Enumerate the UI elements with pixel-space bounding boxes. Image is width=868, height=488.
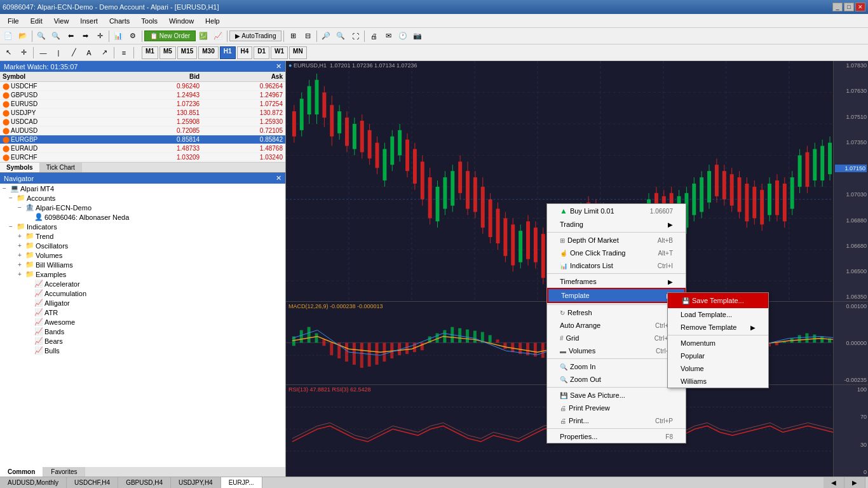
zoom-min-btn[interactable]: 🔍 [334,29,348,43]
nav-tree-item[interactable]: − 📁 Accounts [0,193,285,203]
open-btn[interactable]: 📂 [16,29,30,43]
nav-tree-item[interactable]: 📈 Bands [0,327,285,336]
zoom-mag-btn[interactable]: 🔎 [319,29,333,43]
new-order-btn[interactable]: 📋 New Order [144,30,196,41]
ctx-volumes[interactable]: ▬ Volumes Ctrl+L [547,344,686,357]
nav-tree-item[interactable]: − 📁 Indicators [0,222,285,231]
tf-m15[interactable]: M15 [177,46,197,59]
ctx-one-click-trading[interactable]: ☝ One Click Trading Alt+T [547,247,686,259]
zoom-in-btn[interactable]: 🔍 [34,29,48,43]
clock-btn[interactable]: 🕐 [396,29,410,43]
hline-btn[interactable]: — [36,46,50,60]
trend-btn[interactable]: ╱ [67,46,81,60]
market-watch-row[interactable]: ⬤AUDUSD 0.72085 0.72105 [0,126,285,135]
market-watch-row[interactable]: ⬤GBPUSD 1.24943 1.24967 [0,91,285,100]
ctx-save-picture[interactable]: 💾 Save As Picture... [547,389,686,402]
arrow-btn[interactable]: ↗ [97,46,111,60]
scroll-btn[interactable]: ⬅ [64,29,78,43]
nav-tree-item[interactable]: 📈 Bulls [0,346,285,355]
menu-edit[interactable]: Edit [25,16,48,26]
market-watch-row[interactable]: ⬤USDCHF 0.96240 0.96264 [0,82,285,91]
tf-m1[interactable]: M1 [142,46,158,59]
nav-tree-item[interactable]: + 📁 Examples [0,269,285,279]
ctx-print-preview[interactable]: 🖨 Print Preview [547,402,686,414]
nav-tree-item[interactable]: 📈 Accumulation [0,288,285,298]
menu-charts[interactable]: Charts [104,16,135,26]
market-watch-row[interactable]: ⬤EURUSD 1.07236 1.07254 [0,100,285,109]
ctx-load-template[interactable]: Load Template... [668,308,768,321]
ctx-save-template[interactable]: 💾 Save Template... [668,293,768,308]
nav-tree-item[interactable]: 📈 ATR [0,308,285,317]
market-watch-row[interactable]: ⬤EURCHF 1.03209 1.03240 [0,153,285,162]
nav-tree-item[interactable]: + 📁 Trend [0,231,285,241]
nav-tree-item[interactable]: 📈 Alligator [0,298,285,308]
ctx-remove-template[interactable]: Remove Template ▶ [668,321,768,334]
btm-tab-usdchf[interactable]: USDCHF,H4 [67,477,118,489]
tf-m5[interactable]: M5 [159,46,176,59]
nav-tab-favorites[interactable]: Favorites [43,467,85,477]
nav-tree-item[interactable]: + 📁 Oscillators [0,241,285,250]
market-watch-row[interactable]: ⬤EURAUD 1.48733 1.48768 [0,144,285,153]
btm-tab-usdjpy[interactable]: USDJPY,H4 [171,477,221,489]
print-tb-btn[interactable]: 🖨 [367,29,381,43]
nav-tree-item[interactable]: 📈 Bears [0,336,285,346]
tf-d1[interactable]: D1 [254,46,269,59]
zoom-out-btn[interactable]: 🔍 [49,29,63,43]
ctx-print[interactable]: 🖨 Print... Ctrl+P [547,414,686,427]
camera-btn[interactable]: 📷 [410,29,424,43]
ctx-tmpl-williams[interactable]: Williams [668,375,768,388]
market-watch-row[interactable]: ⬤USDCAD 1.25908 1.25930 [0,118,285,126]
btm-scroll-right[interactable]: ▶ [844,477,865,489]
config2-btn[interactable]: ⊟ [301,29,315,43]
ctx-timeframes[interactable]: Timeframes ▶ [547,275,686,288]
nav-tree-item[interactable]: 📈 Accelerator [0,279,285,288]
minimize-button[interactable]: _ [832,3,843,11]
tf-h1[interactable]: H1 [220,46,236,59]
ctx-trading[interactable]: Trading ▶ [547,218,686,231]
ctx-zoom-in[interactable]: 🔍 Zoom In + [547,360,686,373]
menu-help[interactable]: Help [200,16,225,26]
ctx-depth-of-market[interactable]: ⊞ Depth Of Market Alt+B [547,234,686,247]
nav-tree-item[interactable]: 👤 60986046: Albonaser Neda [0,212,285,222]
market-watch-row[interactable]: ⬤EURGBP 0.85814 0.85842 [0,135,285,144]
scroll-right-btn[interactable]: ➡ [78,29,92,43]
fit-btn[interactable]: ⛶ [348,29,362,43]
email-tb-btn[interactable]: ✉ [381,29,395,43]
nav-tree-item[interactable]: − 💻 Alpari MT4 [0,184,285,193]
menu-window[interactable]: Window [164,16,199,26]
trade-btn[interactable]: 💹 [196,29,210,43]
nav-tree-item[interactable]: 📈 Awesome [0,317,285,327]
nav-tree-item[interactable]: + 📁 Volumes [0,250,285,260]
cursor-btn[interactable]: ↖ [1,46,15,60]
nav-close-icon[interactable]: ✕ [276,174,281,182]
crosshair2-btn[interactable]: ✛ [17,46,31,60]
ctx-grid[interactable]: # Grid Ctrl+G [547,332,686,344]
ctx-refresh[interactable]: ↻ Refresh [547,306,686,319]
ctx-tmpl-momentum[interactable]: Momentum [668,337,768,349]
nav-tree-item[interactable]: − 🏦 Alpari-ECN-Demo [0,203,285,212]
menu-view[interactable]: View [49,16,74,26]
period-sep-btn[interactable]: ⚙ [126,29,140,43]
ctx-template[interactable]: Template ▶ [547,288,686,303]
tf-w1[interactable]: W1 [271,46,288,59]
market-watch-row[interactable]: ⬤USDJPY 130.851 130.872 [0,109,285,118]
nav-tree-item[interactable]: + 📁 Bill Williams [0,260,285,269]
ctx-indicators-list[interactable]: 📊 Indicators List Ctrl+I [547,259,686,272]
config1-btn[interactable]: ⊞ [286,29,300,43]
ctx-auto-arrange[interactable]: Auto Arrange Ctrl+A [547,319,686,332]
close-button[interactable]: ✕ [855,3,865,11]
nav-tab-common[interactable]: Common [0,467,43,477]
menu-insert[interactable]: Insert [75,16,103,26]
tf-h4[interactable]: H4 [237,46,253,59]
fib-btn[interactable]: ≡ [117,46,131,60]
ctx-zoom-out[interactable]: 🔍 Zoom Out − [547,373,686,386]
tab-symbols[interactable]: Symbols [0,163,40,172]
btm-scroll-left[interactable]: ◀ [824,477,844,489]
menu-tools[interactable]: Tools [136,16,163,26]
vline-btn[interactable]: | [51,46,65,60]
ctx-tmpl-volume[interactable]: Volume [668,362,768,375]
btm-tab-audusd[interactable]: AUDUSD,Monthly [0,477,67,489]
tf-m30[interactable]: M30 [198,46,218,59]
ctx-buy-limit[interactable]: ▲ Buy Limit 0.01 1.06607 [547,204,686,218]
indicators-btn[interactable]: 📊 [111,29,125,43]
